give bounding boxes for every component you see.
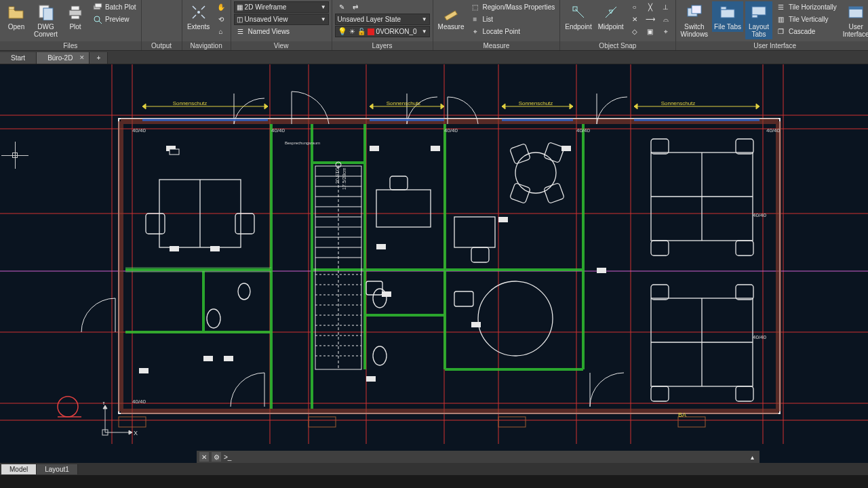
svg-rect-18: [849, 7, 863, 9]
customize-icon[interactable]: ⚙: [212, 452, 221, 462]
plot-button[interactable]: Plot: [62, 1, 89, 32]
preview-label: Preview: [105, 16, 130, 23]
orbit-icon: ⟲: [216, 15, 226, 24]
layout-tabs-button[interactable]: Layout Tabs: [745, 1, 772, 39]
layout-tab-bar: Model Layout1: [0, 463, 868, 475]
close-icon[interactable]: ✕: [79, 54, 85, 61]
mass-icon: ⬚: [471, 3, 480, 12]
svg-rect-156: [597, 268, 606, 273]
svg-text:40/40: 40/40: [132, 127, 146, 134]
preview-button[interactable]: Preview: [91, 14, 138, 25]
osnap-node-button[interactable]: ✕: [628, 14, 642, 25]
command-input[interactable]: [234, 452, 745, 462]
endpoint-button[interactable]: Endpoint: [563, 1, 593, 32]
zoom-button[interactable]: ⌂: [214, 26, 228, 37]
svg-text:40/40: 40/40: [444, 127, 458, 134]
osnap-int-button[interactable]: ╳: [644, 1, 657, 13]
region-button[interactable]: ⬚Region/Mass Properties: [469, 1, 557, 13]
ucs-icon: X Y: [98, 402, 139, 443]
svg-rect-157: [170, 246, 179, 251]
named-views-icon: ☰: [236, 27, 245, 37]
extension-icon: ⟶: [646, 15, 655, 24]
layout-tabs-icon: [749, 3, 768, 22]
orbit-button[interactable]: ⟲: [214, 14, 228, 25]
tangent-icon: ⌓: [661, 15, 671, 24]
tile-v-button[interactable]: ▥Tile Vertically: [774, 14, 839, 25]
batch-plot-label: Batch Plot: [105, 3, 136, 11]
ribbon: Open DWG Convert Plot Batch Plot Preview: [0, 0, 868, 51]
svg-rect-82: [235, 214, 254, 234]
view-icon: ◫: [237, 16, 243, 23]
osnap-ext-button[interactable]: ⟶: [644, 14, 657, 25]
osnap-ins-button[interactable]: ▣: [644, 26, 657, 37]
svg-rect-1: [43, 8, 53, 20]
osnap-quad-button[interactable]: ◇: [628, 26, 642, 37]
extents-icon: [189, 3, 208, 22]
center-icon: ○: [630, 3, 639, 12]
svg-rect-103: [736, 139, 753, 154]
user-interface-button[interactable]: User Interface: [841, 1, 868, 39]
chevron-up-icon[interactable]: ▴: [747, 452, 757, 462]
windows-icon: [685, 3, 704, 22]
cascade-button[interactable]: ❐Cascade: [774, 26, 839, 37]
svg-rect-164: [224, 356, 233, 361]
panel-layers-title: Layers: [332, 41, 433, 50]
layer-iso-icon[interactable]: ⇄: [351, 3, 360, 12]
tab-model[interactable]: Model: [1, 464, 37, 474]
extents-button[interactable]: Extents: [185, 1, 212, 32]
tab-layout1[interactable]: Layout1: [37, 464, 78, 474]
lock-icon: 🔓: [357, 28, 366, 35]
osnap-tan-button[interactable]: ⌓: [659, 14, 673, 25]
tile-h-button[interactable]: ☰Tile Horizontally: [774, 1, 839, 13]
panel-files-title: Files: [0, 41, 141, 50]
tab-drawing-label: Büro-2D: [47, 54, 73, 62]
layer-color-swatch: [368, 28, 374, 35]
layer-state-dropdown[interactable]: Unsaved Layer State ▼: [335, 14, 430, 25]
svg-rect-86: [471, 247, 489, 262]
osnap-near-button[interactable]: ⌖: [659, 26, 673, 37]
layer-state-icon[interactable]: ✎: [337, 3, 347, 12]
svg-rect-12: [692, 5, 701, 14]
svg-rect-4: [71, 16, 79, 19]
svg-text:Sonnenschutz: Sonnenschutz: [387, 100, 421, 106]
tab-start[interactable]: Start: [0, 52, 37, 64]
panel-view-title: View: [231, 41, 332, 50]
osnap-center-button[interactable]: ○: [628, 1, 642, 13]
switch-windows-button[interactable]: Switch Windows: [679, 1, 711, 39]
svg-text:BA: BA: [678, 411, 686, 418]
svg-rect-104: [651, 241, 669, 256]
batch-plot-button[interactable]: Batch Plot: [91, 1, 138, 13]
svg-text:40/40: 40/40: [753, 334, 767, 340]
file-tabs-button[interactable]: File Tabs: [712, 1, 743, 32]
dwg-convert-button[interactable]: DWG Convert: [32, 1, 60, 39]
drawing-canvas[interactable]: Sonnenschutz Sonnenschutz Sonnenschutz S…: [0, 64, 868, 463]
osnap-perp-button[interactable]: ⊥: [659, 1, 673, 13]
svg-rect-160: [471, 322, 481, 327]
midpoint-button[interactable]: Midpoint: [596, 1, 626, 32]
open-button[interactable]: Open: [3, 1, 30, 32]
svg-rect-154: [498, 217, 508, 222]
tile-h-icon: ☰: [776, 3, 786, 12]
pan-button[interactable]: ✋: [214, 1, 228, 13]
locate-button[interactable]: ⌖Locate Point: [469, 26, 557, 37]
current-layer-dropdown[interactable]: 💡 ☀ 🔓 0VORKON_0 ▼: [335, 26, 430, 37]
svg-rect-105: [736, 241, 753, 256]
tab-new[interactable]: +: [90, 52, 108, 64]
chevron-down-icon: ▼: [422, 16, 427, 22]
switch-windows-label: Switch Windows: [681, 23, 709, 38]
measure-button[interactable]: Measure: [436, 1, 467, 32]
svg-rect-89: [544, 142, 565, 163]
command-line[interactable]: ✕ ⚙ >_ ▴: [197, 451, 760, 463]
svg-rect-13: [721, 9, 734, 18]
endpoint-label: Endpoint: [565, 23, 591, 30]
svg-rect-3: [71, 6, 79, 10]
panel-navigation-title: Navigation: [182, 41, 231, 50]
named-views-button[interactable]: ☰ Named Views: [234, 26, 329, 37]
node-icon: ✕: [630, 15, 639, 24]
tab-drawing[interactable]: Büro-2D ✕: [37, 52, 90, 64]
visual-style-dropdown[interactable]: ▦ 2D Wireframe ▼: [234, 1, 329, 13]
saved-view-dropdown[interactable]: ◫ Unsaved View ▼: [234, 14, 329, 25]
list-button[interactable]: ≡List: [469, 14, 557, 25]
batch-plot-icon: [93, 3, 102, 12]
close-icon[interactable]: ✕: [199, 452, 209, 462]
